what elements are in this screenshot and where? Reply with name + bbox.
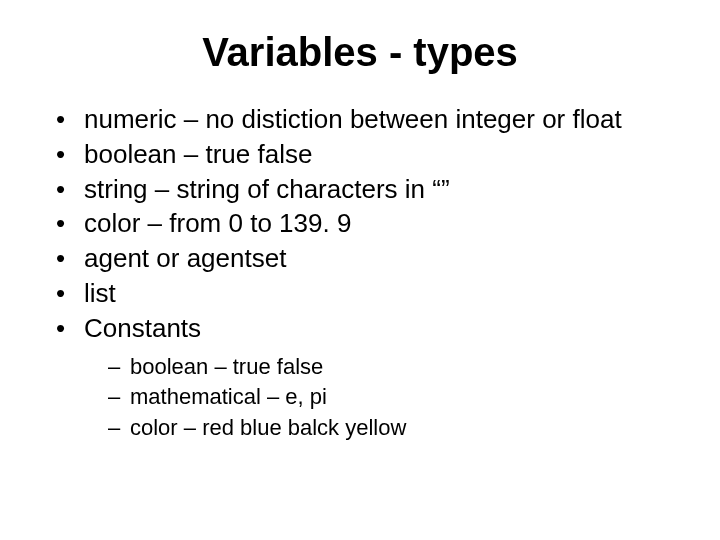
bullet-item: string – string of characters in “” xyxy=(56,173,680,207)
bullet-item: numeric – no distiction between integer … xyxy=(56,103,680,137)
bullet-item: Constants boolean – true false mathemati… xyxy=(56,312,680,443)
bullet-item: list xyxy=(56,277,680,311)
bullet-item: color – from 0 to 139. 9 xyxy=(56,207,680,241)
bullet-text: string – string of characters in “” xyxy=(84,174,450,204)
bullet-text: agent or agentset xyxy=(84,243,286,273)
sub-bullet-item: boolean – true false xyxy=(108,352,680,382)
bullet-text: numeric – no distiction between integer … xyxy=(84,104,622,134)
slide: Variables - types numeric – no distictio… xyxy=(0,0,720,540)
sub-bullet-text: mathematical – e, pi xyxy=(130,384,327,409)
slide-title: Variables - types xyxy=(40,30,680,75)
bullet-text: boolean – true false xyxy=(84,139,312,169)
bullet-text: color – from 0 to 139. 9 xyxy=(84,208,351,238)
bullet-list: numeric – no distiction between integer … xyxy=(40,103,680,443)
bullet-text: list xyxy=(84,278,116,308)
bullet-item: boolean – true false xyxy=(56,138,680,172)
sub-bullet-text: boolean – true false xyxy=(130,354,323,379)
bullet-item: agent or agentset xyxy=(56,242,680,276)
sub-bullet-text: color – red blue balck yellow xyxy=(130,415,406,440)
sub-bullet-item: color – red blue balck yellow xyxy=(108,413,680,443)
sub-bullet-item: mathematical – e, pi xyxy=(108,382,680,412)
bullet-text: Constants xyxy=(84,313,201,343)
sub-bullet-list: boolean – true false mathematical – e, p… xyxy=(84,352,680,443)
